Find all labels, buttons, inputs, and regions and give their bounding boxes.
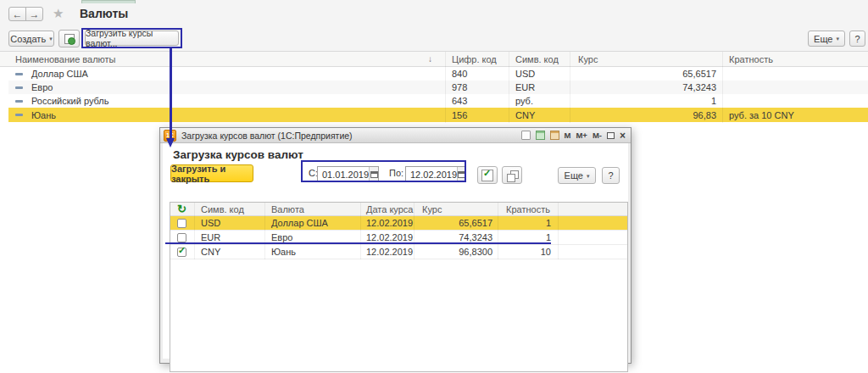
cell-currency: Юань: [271, 245, 296, 259]
1c-logo-icon: 1С: [164, 130, 176, 142]
to-date-value[interactable]: 12.02.2019: [406, 170, 457, 180]
currency-item-icon: [15, 73, 23, 75]
to-date-label: По:: [389, 168, 403, 178]
currency-table-header[interactable]: Наименование валюты ↓ Цифр. код Симв. ко…: [0, 51, 868, 67]
column-header-name[interactable]: Наименование валюты: [15, 52, 116, 66]
page-title: Валюты: [80, 7, 128, 20]
cell-rate-date: 12.02.2019: [366, 231, 413, 244]
cell-sym-code: руб.: [515, 94, 533, 108]
table-row-selected[interactable]: Юань 156 CNY 96,83 руб. за 10 CNY: [8, 108, 868, 122]
back-button[interactable]: ←: [8, 7, 26, 21]
load-and-close-label: Загрузить и закрыть: [171, 164, 253, 184]
back-arrow-icon: ←: [13, 8, 23, 20]
scale-m-plus-button[interactable]: М+: [576, 131, 587, 140]
column-header-sym-code[interactable]: Симв. код: [515, 52, 559, 66]
top-tab-sliver: [81, 0, 136, 3]
column-header-sym-code[interactable]: Симв. код: [201, 203, 244, 215]
create-button-label: Создать: [10, 34, 46, 44]
cell-num-code: 978: [452, 81, 467, 94]
cell-sym-code: CNY: [515, 108, 535, 122]
cell-multiplicity: 10: [498, 245, 551, 259]
dialog-more-label: Еще: [565, 170, 583, 181]
more-button[interactable]: Еще ▾: [808, 31, 845, 47]
cell-rate: 65,6517: [422, 216, 492, 230]
refresh-icon[interactable]: ↻: [177, 203, 186, 215]
cell-sym-code: CNY: [201, 245, 220, 259]
cell-num-code: 643: [452, 94, 467, 108]
table-settings-icon[interactable]: [536, 131, 545, 140]
save-settings-icon[interactable]: [521, 131, 531, 140]
more-button-label: Еще: [814, 34, 832, 44]
set-flags-button[interactable]: ✓: [477, 166, 498, 184]
create-button[interactable]: Создать ▾: [8, 31, 54, 47]
forward-arrow-icon: →: [30, 8, 40, 20]
scale-m-button[interactable]: М: [565, 131, 571, 140]
cell-rate: 74,3243: [422, 231, 492, 244]
table-row[interactable]: Евро 978 EUR 74,3243: [8, 81, 868, 94]
chevron-down-icon: ▾: [587, 173, 590, 179]
dialog-help-button[interactable]: ?: [602, 167, 620, 184]
rates-row-selected[interactable]: USD Доллар США 12.02.2019 65,6517 1: [170, 216, 627, 231]
calendar-icon: [370, 171, 378, 178]
load-and-close-button[interactable]: Загрузить и закрыть: [170, 164, 253, 182]
cell-rate-date: 12.02.2019: [366, 216, 413, 230]
cell-rate: 96,83: [570, 108, 716, 122]
column-header-rate[interactable]: Курс: [422, 203, 442, 215]
to-date-input[interactable]: 12.02.2019: [405, 166, 466, 182]
cell-name: Российский рубль: [31, 94, 109, 108]
column-header-num-code[interactable]: Цифр. код: [452, 52, 497, 66]
dialog-help-label: ?: [608, 170, 613, 181]
chevron-down-icon: ▾: [836, 36, 839, 42]
column-header-multiplicity[interactable]: Кратность: [729, 52, 773, 66]
column-header-rate-date[interactable]: Дата курса: [366, 203, 413, 215]
column-header-multiplicity[interactable]: Кратность: [506, 203, 550, 215]
cell-name: Евро: [31, 81, 53, 94]
dialog-title: Загрузка курсов валют (1С:Предприятие): [181, 131, 353, 141]
to-date-picker-button[interactable]: [457, 167, 465, 181]
rates-row[interactable]: ✓ CNY Юань 12.02.2019 96,8300 10: [170, 245, 627, 259]
from-date-picker-button[interactable]: [369, 167, 378, 181]
cell-sym-code: USD: [201, 216, 220, 230]
column-header-rate[interactable]: Курс: [578, 52, 598, 66]
currency-item-icon: [15, 114, 23, 116]
load-rates-button[interactable]: Загрузить курсы валют...: [85, 31, 179, 46]
row-checkbox[interactable]: [177, 219, 186, 228]
favorite-star-icon[interactable]: ★: [53, 6, 64, 21]
row-checkbox-checked[interactable]: ✓: [177, 248, 186, 257]
scale-m-minus-button[interactable]: М-: [593, 131, 602, 140]
cell-rate: 65,6517: [570, 67, 716, 81]
rates-table: ↻ Симв. код Валюта Дата курса Курс Кратн…: [170, 202, 628, 372]
rates-row[interactable]: EUR Евро 12.02.2019 74,3243 1: [170, 231, 627, 245]
close-icon[interactable]: ×: [620, 130, 626, 142]
copy-icon: [504, 169, 520, 182]
cell-sym-code: EUR: [201, 231, 220, 244]
dialog-titlebar[interactable]: 1С Загрузка курсов валют (1С:Предприятие…: [160, 128, 631, 143]
row-checkbox[interactable]: [177, 233, 186, 242]
restore-window-icon[interactable]: [607, 132, 615, 139]
create-group-button[interactable]: [58, 30, 80, 47]
rates-table-header[interactable]: ↻ Симв. код Валюта Дата курса Курс Кратн…: [170, 203, 627, 216]
help-button[interactable]: ?: [849, 31, 865, 47]
cell-rate: 1: [570, 94, 716, 108]
cell-multiplicity: 1: [498, 231, 551, 244]
help-button-label: ?: [854, 34, 860, 44]
cell-name: Доллар США: [31, 67, 88, 81]
from-date-value[interactable]: 01.01.2019: [318, 170, 369, 180]
cell-sym-code: EUR: [515, 81, 535, 94]
load-rates-button-label: Загрузить курсы валют...: [86, 28, 178, 48]
from-date-input[interactable]: 01.01.2019: [317, 166, 379, 182]
cell-name: Юань: [31, 108, 56, 122]
sort-descending-icon: ↓: [428, 52, 432, 66]
cell-num-code: 840: [452, 67, 467, 81]
copy-button[interactable]: [502, 166, 522, 184]
cell-multiplicity: руб. за 10 CNY: [729, 108, 794, 122]
cell-rate: 74,3243: [570, 81, 716, 94]
table-row[interactable]: Доллар США 840 USD 65,6517: [8, 67, 868, 81]
cell-multiplicity: 1: [498, 216, 551, 230]
calendar-settings-icon[interactable]: [550, 131, 559, 140]
load-rates-dialog: 1С Загрузка курсов валют (1С:Предприятие…: [159, 127, 632, 364]
column-header-currency[interactable]: Валюта: [271, 203, 304, 215]
table-row[interactable]: Российский рубль 643 руб. 1: [8, 94, 868, 108]
forward-button[interactable]: →: [25, 7, 43, 21]
dialog-more-button[interactable]: Еще ▾: [558, 167, 596, 184]
